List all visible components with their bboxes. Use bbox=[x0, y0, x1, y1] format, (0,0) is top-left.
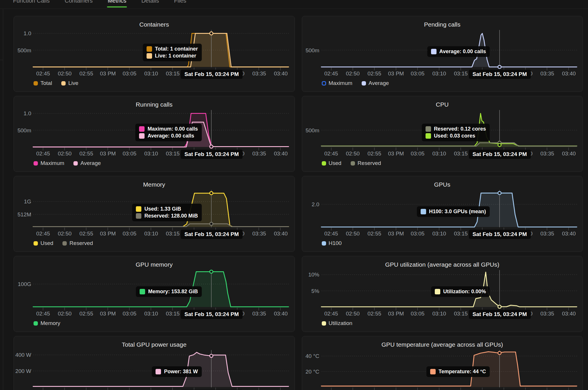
legend-item-utilization[interactable]: Utilization bbox=[322, 320, 352, 326]
x-axis-label: 03:10 bbox=[427, 231, 451, 237]
tooltip-value: Average: 0.00 calls bbox=[439, 49, 486, 55]
tooltip-value: Reserved: 0.12 cores bbox=[434, 126, 486, 132]
tooltip-row: Used: 1.33 GiB bbox=[136, 206, 198, 212]
tooltip-row: Live: 1 container bbox=[147, 53, 198, 59]
chart-tooltip: Average: 0.00 calls bbox=[427, 46, 490, 57]
tooltip-row: Total: 1 container bbox=[147, 46, 198, 52]
legend-item-used[interactable]: Used bbox=[322, 160, 341, 166]
chart-canvas-gpu-temperature[interactable] bbox=[302, 336, 583, 390]
series-swatch-icon bbox=[136, 213, 141, 219]
chart-tooltip: Temperature: 44 °C bbox=[426, 366, 490, 377]
x-axis-label: 02:45 bbox=[31, 231, 55, 237]
series-swatch-icon bbox=[136, 206, 141, 212]
legend-swatch-icon bbox=[34, 161, 38, 166]
tooltip-value: Live: 1 container bbox=[155, 53, 196, 59]
x-axis-label: 03:10 bbox=[427, 70, 451, 77]
legend-swatch-icon bbox=[34, 321, 38, 326]
legend-swatch-icon bbox=[73, 161, 78, 166]
series-swatch-icon bbox=[156, 369, 161, 374]
y-axis-label: 512M bbox=[15, 212, 31, 218]
crosshair-timestamp: Sat Feb 15, 03:24 PM bbox=[181, 150, 243, 159]
x-axis-label: 03:10 bbox=[427, 151, 451, 157]
legend-swatch-icon bbox=[322, 241, 326, 246]
x-axis-label: 03:35 bbox=[535, 70, 559, 77]
chart-legend: MaximumAverage bbox=[322, 80, 389, 86]
chart-tooltip: Memory: 153.82 GiB bbox=[136, 286, 201, 297]
legend-swatch-icon bbox=[351, 161, 355, 166]
legend-item-maximum[interactable]: Maximum bbox=[34, 160, 64, 166]
x-axis-label: 03:10 bbox=[139, 151, 163, 157]
legend-item-average[interactable]: Average bbox=[362, 80, 389, 86]
legend-item-used[interactable]: Used bbox=[34, 240, 53, 246]
series-swatch-icon bbox=[430, 369, 436, 374]
legend-item-maximum[interactable]: Maximum bbox=[322, 80, 352, 86]
legend-label: Average bbox=[369, 80, 389, 86]
tooltip-row: Memory: 153.82 GiB bbox=[140, 289, 198, 295]
x-axis-label: 02:45 bbox=[319, 151, 343, 157]
y-axis-label: 5% bbox=[303, 288, 319, 294]
chart-tooltip: Total: 1 containerLive: 1 container bbox=[143, 44, 202, 61]
x-axis-label: 02:55 bbox=[362, 151, 387, 157]
legend-item-live[interactable]: Live bbox=[61, 80, 78, 86]
x-axis-label: 02:55 bbox=[74, 311, 99, 317]
tab-bar: Function Calls Containers Metrics Detail… bbox=[0, 0, 588, 9]
legend-item-total[interactable]: Total bbox=[34, 80, 52, 86]
x-axis-label: 02:45 bbox=[319, 70, 343, 77]
y-axis-label: 400 W bbox=[15, 352, 31, 358]
x-axis-label: 03:35 bbox=[247, 231, 271, 237]
x-axis-label: 03:40 bbox=[557, 231, 581, 237]
x-axis-label: 03:40 bbox=[557, 151, 581, 157]
legend-label: Utilization bbox=[329, 320, 352, 326]
legend-swatch-icon bbox=[322, 161, 326, 166]
tooltip-row: Reserved: 128.00 MiB bbox=[136, 213, 198, 219]
chart-legend: MaximumAverage bbox=[34, 160, 101, 166]
legend-item-h100[interactable]: H100 bbox=[322, 240, 342, 246]
tab-files[interactable]: Files bbox=[173, 0, 187, 8]
series-swatch-icon bbox=[147, 46, 152, 52]
tab-metrics[interactable]: Metrics bbox=[107, 0, 127, 8]
legend-swatch-icon bbox=[362, 81, 366, 86]
x-axis-label: 02:55 bbox=[74, 70, 99, 77]
chart-canvas-gpu-power[interactable] bbox=[14, 336, 295, 390]
y-axis-label: 10% bbox=[303, 272, 319, 278]
chart-card-pending-calls: Pending calls500m02:4502:5002:5503 PM03:… bbox=[302, 16, 583, 92]
x-axis-label: 03:35 bbox=[535, 231, 559, 237]
legend-label: Maximum bbox=[329, 80, 352, 86]
x-axis-label: 03 PM bbox=[96, 231, 120, 237]
tab-containers[interactable]: Containers bbox=[64, 0, 93, 8]
chart-legend: UsedReserved bbox=[322, 160, 381, 166]
x-axis-label: 03:10 bbox=[427, 311, 451, 317]
y-axis-label: 500m bbox=[15, 48, 31, 53]
series-swatch-icon bbox=[426, 133, 431, 139]
y-axis-label: 2.0 bbox=[303, 202, 319, 207]
legend-item-reserved[interactable]: Reserved bbox=[351, 160, 381, 166]
legend-item-memory[interactable]: Memory bbox=[34, 320, 60, 326]
legend-label: Average bbox=[80, 160, 101, 166]
tooltip-value: Average: 0.00 calls bbox=[147, 133, 194, 139]
chart-card-memory: Memory1G512M02:4502:5002:5503 PM03:0503:… bbox=[14, 176, 295, 252]
x-axis-label: 02:50 bbox=[341, 70, 365, 77]
tabs: Function Calls Containers Metrics Detail… bbox=[12, 0, 187, 8]
x-axis-label: 03:40 bbox=[269, 70, 293, 77]
x-axis-label: 02:50 bbox=[53, 231, 77, 237]
x-axis-label: 03:05 bbox=[406, 151, 430, 157]
series-swatch-icon bbox=[147, 53, 152, 59]
x-axis-label: 03:35 bbox=[535, 151, 559, 157]
chart-card-containers: Containers1.0500m02:4502:5002:5503 PM03:… bbox=[14, 16, 295, 92]
y-axis-label: 20 °C bbox=[303, 369, 319, 375]
legend-swatch-icon bbox=[34, 81, 38, 86]
tooltip-row: Power: 381 W bbox=[156, 369, 198, 375]
legend-label: Live bbox=[68, 80, 78, 86]
legend-swatch-icon bbox=[322, 81, 326, 86]
series-swatch-icon bbox=[421, 209, 426, 214]
x-axis-label: 02:45 bbox=[31, 311, 55, 317]
tab-function-calls[interactable]: Function Calls bbox=[12, 0, 50, 8]
tooltip-row: Reserved: 0.12 cores bbox=[426, 126, 486, 132]
chart-legend: UsedReserved bbox=[34, 240, 93, 246]
tab-details[interactable]: Details bbox=[141, 0, 160, 8]
legend-item-reserved[interactable]: Reserved bbox=[62, 240, 93, 246]
x-axis-label: 02:55 bbox=[362, 70, 387, 77]
x-axis-label: 02:50 bbox=[341, 311, 365, 317]
legend-item-average[interactable]: Average bbox=[73, 160, 101, 166]
chart-card-gpu-temperature: GPU temperature (average across all GPUs… bbox=[302, 336, 583, 390]
